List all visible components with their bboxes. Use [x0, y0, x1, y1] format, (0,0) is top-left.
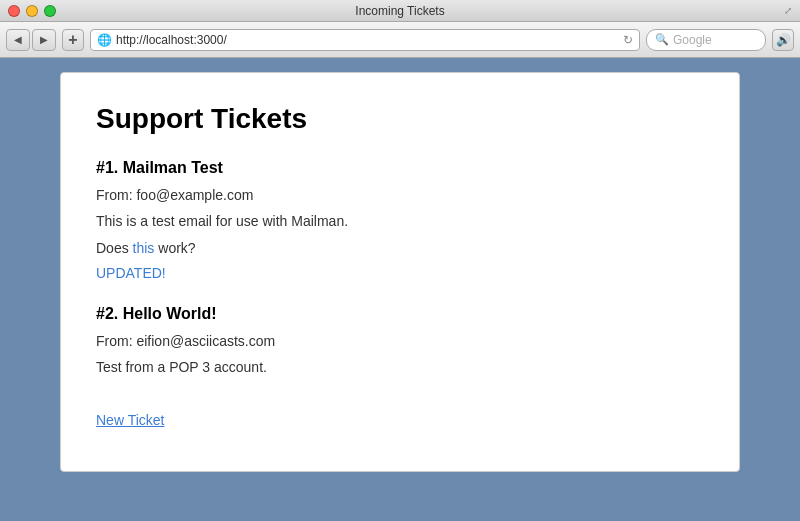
browser-viewport: Support Tickets #1. Mailman Test From: f… — [0, 58, 800, 521]
ticket-1-body-line-2: Does this work? — [96, 238, 704, 259]
globe-icon: 🌐 — [97, 33, 112, 47]
forward-button[interactable]: ▶ — [32, 29, 56, 51]
page-title: Support Tickets — [96, 103, 704, 135]
toolbar: ◀ ▶ + 🌐 http://localhost:3000/ ↻ 🔍 Googl… — [0, 22, 800, 58]
ticket-2: #2. Hello World! From: eifion@asciicasts… — [96, 305, 704, 378]
url-text: http://localhost:3000/ — [116, 33, 615, 47]
ticket-1-id: #1. — [96, 159, 118, 176]
ticket-2-id: #2. — [96, 305, 118, 322]
search-bar[interactable]: 🔍 Google — [646, 29, 766, 51]
search-placeholder: Google — [673, 33, 712, 47]
title-bar: Incoming Tickets ⤢ — [0, 0, 800, 22]
speaker-button[interactable]: 🔊 — [772, 29, 794, 51]
ticket-2-from-value: eifion@asciicasts.com — [136, 333, 275, 349]
ticket-1-name: Mailman Test — [123, 159, 223, 176]
search-icon: 🔍 — [655, 33, 669, 46]
ticket-2-name: Hello World! — [123, 305, 217, 322]
ticket-2-from-label: From: — [96, 333, 133, 349]
nav-buttons: ◀ ▶ — [6, 29, 56, 51]
ticket-1-title: #1. Mailman Test — [96, 159, 704, 177]
new-ticket-link[interactable]: New Ticket — [96, 412, 164, 428]
url-bar[interactable]: 🌐 http://localhost:3000/ ↻ — [90, 29, 640, 51]
maximize-button[interactable] — [44, 5, 56, 17]
ticket-1-updated: UPDATED! — [96, 265, 704, 281]
minimize-button[interactable] — [26, 5, 38, 17]
ticket-1-word-link[interactable]: this — [133, 240, 155, 256]
ticket-2-from: From: eifion@asciicasts.com — [96, 333, 704, 349]
refresh-button[interactable]: ↻ — [623, 33, 633, 47]
page-content: Support Tickets #1. Mailman Test From: f… — [60, 72, 740, 472]
ticket-1-from: From: foo@example.com — [96, 187, 704, 203]
close-button[interactable] — [8, 5, 20, 17]
ticket-1-body-line-1: This is a test email for use with Mailma… — [96, 211, 704, 232]
ticket-1: #1. Mailman Test From: foo@example.com T… — [96, 159, 704, 281]
ticket-2-body-line-1: Test from a POP 3 account. — [96, 357, 704, 378]
ticket-1-from-value: foo@example.com — [136, 187, 253, 203]
back-button[interactable]: ◀ — [6, 29, 30, 51]
ticket-1-from-label: From: — [96, 187, 133, 203]
ticket-2-title: #2. Hello World! — [96, 305, 704, 323]
window-title: Incoming Tickets — [355, 4, 444, 18]
resize-icon: ⤢ — [784, 5, 792, 16]
window-controls — [8, 5, 56, 17]
new-tab-button[interactable]: + — [62, 29, 84, 51]
